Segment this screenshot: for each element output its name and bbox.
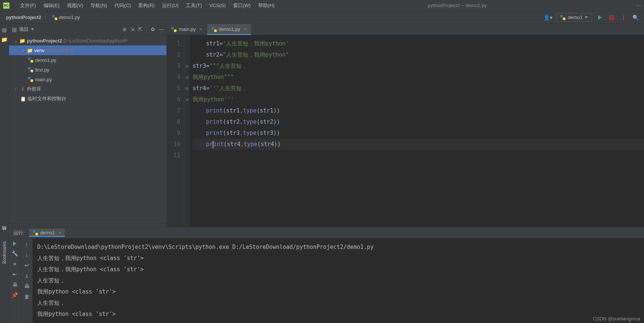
editor-tab[interactable]: demo1.py× — [207, 24, 251, 35]
wrench-icon[interactable]: 🔧 — [12, 250, 18, 256]
breadcrumb-file[interactable]: demo1.py — [51, 15, 82, 20]
expand-all-icon[interactable]: ⇲ — [130, 26, 134, 32]
active-tab-indicator — [29, 236, 65, 237]
close-icon[interactable]: × — [200, 27, 202, 32]
soft-wrap-icon[interactable]: ↩ — [25, 262, 29, 268]
tree-row[interactable]: first.py — [9, 65, 166, 75]
line-number-gutter: 1234567891011 — [167, 35, 184, 227]
search-everywhere-button[interactable]: 🔍 — [631, 13, 640, 22]
menu-edit[interactable]: 编辑(E) — [40, 2, 63, 9]
editor-tabs: main.py×demo1.py× — [167, 24, 644, 35]
up-icon[interactable]: ↑ — [25, 241, 28, 247]
down-icon[interactable]: ↓ — [25, 252, 28, 258]
project-icon: ▤ — [12, 26, 17, 32]
close-icon[interactable]: × — [58, 230, 61, 235]
python-file-icon — [560, 15, 565, 20]
print-icon[interactable]: 🖶 — [24, 283, 29, 289]
scroll-to-end-icon[interactable]: ⤓ — [25, 273, 29, 279]
code-line[interactable]: str4='''人生苦短， — [193, 83, 644, 94]
tree-arrow-icon[interactable]: › — [13, 87, 18, 91]
structure-tab[interactable]: 结构 — [0, 230, 8, 238]
breadcrumb-project-label: pythonProject2 — [6, 15, 41, 20]
run-toolbar-secondary: ↑ ↓ ↩ ⤓ 🖶 🗑 — [21, 238, 33, 323]
code-line[interactable] — [193, 150, 644, 161]
tree-row[interactable]: ›⦀外部库 — [9, 84, 166, 94]
run-config-name: demo1 — [568, 15, 583, 20]
menu-file[interactable]: 文件(F) — [16, 2, 40, 9]
code-line[interactable]: 我用python""" — [193, 72, 644, 83]
rerun-button[interactable] — [13, 241, 16, 246]
project-tree[interactable]: ⌄📁pythonProject2 D:\LeStoreDownload\pyth… — [9, 35, 166, 223]
editor-tab[interactable]: main.py× — [167, 24, 207, 35]
code-content[interactable]: str1='人生苦短，我用python' str2="人生苦短，我用python… — [190, 35, 644, 227]
run-panel-header: 运行: demo1 × — [9, 227, 644, 238]
breadcrumb-project[interactable]: pythonProject2 — [4, 15, 43, 20]
menu-code[interactable]: 代码(C) — [111, 2, 134, 9]
collapse-all-icon[interactable]: ⇱ — [138, 26, 142, 32]
menu-window[interactable]: 窗口(W) — [229, 2, 254, 9]
python-file-icon — [212, 27, 217, 32]
python-file-icon — [52, 15, 57, 20]
more-actions-button[interactable]: ⋮ — [619, 13, 628, 22]
folder-icon: 📁 — [27, 48, 33, 53]
chevron-down-icon[interactable] — [31, 28, 34, 30]
tree-row[interactable]: ⌄📁pythonProject2 D:\LeStoreDownload\pyth… — [9, 36, 166, 45]
folder-tool-icon[interactable]: 📁 — [1, 37, 7, 42]
sidebar-title: 项目 — [19, 26, 29, 33]
console-output[interactable]: D:\LeStoreDownload\pythonProject2\venv\S… — [33, 238, 644, 323]
menu-refactor[interactable]: 重构(R) — [134, 2, 158, 9]
tree-row[interactable]: ›📁venv library根目录 — [9, 45, 166, 55]
tree-row[interactable]: demo1.py — [9, 55, 166, 65]
run-panel-label: 运行: — [13, 229, 25, 236]
menu-view[interactable]: 视图(V) — [63, 2, 87, 9]
code-line[interactable]: print(str3,type(str3)) — [193, 127, 644, 139]
settings-icon[interactable]: ✿ — [151, 26, 155, 32]
debug-button[interactable]: 🐞 — [607, 13, 616, 22]
menu-run[interactable]: 运行(U) — [158, 2, 182, 9]
run-panel-tab[interactable]: demo1 × — [29, 229, 65, 237]
close-icon[interactable]: × — [244, 27, 247, 32]
sidebar-scrollbar[interactable] — [9, 223, 166, 227]
exit-button[interactable]: ⇤ — [13, 271, 17, 277]
run-configuration-selector[interactable]: demo1 — [556, 13, 592, 22]
chevron-down-icon — [585, 16, 588, 18]
code-line[interactable]: print(str4,type(str4)) — [193, 139, 644, 150]
stop-button[interactable]: ■ — [13, 261, 16, 267]
tree-item-label: main.py — [35, 77, 52, 82]
play-icon — [598, 15, 602, 20]
code-line[interactable]: print(str1,type(str1)) — [193, 105, 644, 116]
tree-row[interactable]: main.py — [9, 75, 166, 84]
tree-arrow-icon[interactable]: ⌄ — [13, 39, 18, 43]
trash-icon[interactable]: 🗑 — [24, 294, 29, 300]
menu-help[interactable]: 帮助(H) — [254, 2, 278, 9]
tree-arrow-icon[interactable]: › — [21, 48, 25, 53]
code-editor[interactable]: 1234567891011 ⊟⊟⊟⊟ str1='人生苦短，我用python' … — [167, 35, 644, 227]
locate-icon[interactable]: ⊕ — [123, 26, 127, 32]
breadcrumb-separator: 〉 — [43, 14, 51, 21]
menu-tools[interactable]: 工具(T) — [182, 2, 206, 9]
python-file-icon — [171, 27, 177, 32]
code-line[interactable]: str1='人生苦短，我用python' — [193, 38, 644, 49]
print-icon[interactable]: 🖶 — [12, 282, 18, 288]
run-button[interactable] — [596, 13, 604, 22]
code-line[interactable]: print(str2,type(str2)) — [193, 116, 644, 127]
code-line[interactable]: 我用python''' — [193, 94, 644, 105]
tree-item-desc: library根目录 — [46, 47, 73, 54]
hide-icon[interactable]: — — [159, 26, 164, 32]
pin-icon[interactable]: 📌 — [12, 292, 18, 298]
python-file-icon — [33, 230, 38, 235]
main-area: ▤ 📁 ▤ 项目 ⊕ ⇲ ⇱ | ✿ — ⌄📁pythonProject2 D:… — [0, 24, 644, 227]
fold-gutter[interactable]: ⊟⊟⊟⊟ — [184, 35, 190, 227]
python-file-icon — [28, 67, 34, 72]
app-icon: PC — [3, 2, 10, 9]
menu-navigate[interactable]: 导航(N) — [87, 2, 111, 9]
menu-vcs[interactable]: VCS(S) — [206, 3, 229, 8]
code-line[interactable]: str2="人生苦短，我用python" — [193, 49, 644, 60]
user-icon[interactable]: 👤▾ — [543, 15, 552, 20]
tree-row[interactable]: 📋临时文件和控制台 — [9, 94, 166, 104]
minimize-icon[interactable]: — — [636, 3, 641, 8]
project-tool-icon[interactable]: ▤ — [2, 27, 7, 33]
bookmarks-tab[interactable]: Bookmarks — [1, 238, 8, 267]
library-icon: ⦀ — [19, 86, 25, 92]
code-line[interactable]: str3="""人生苦短， — [193, 60, 644, 72]
